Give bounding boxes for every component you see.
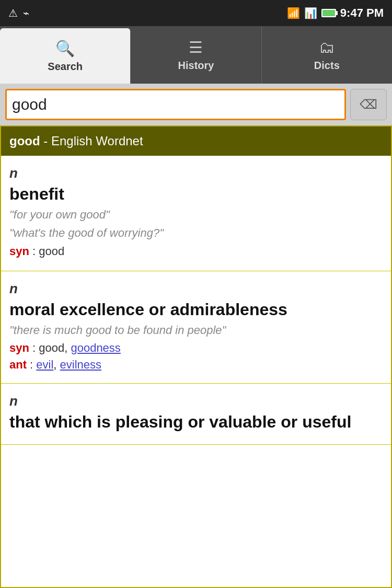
- tab-bar: 🔍 Search ☰ History 🗂 Dicts: [0, 26, 392, 84]
- battery-icon: [321, 9, 336, 17]
- dict-header: good - English Wordnet: [1, 126, 391, 156]
- status-icons-right: 📶 📊 9:47 PM: [287, 6, 384, 20]
- ant-colon-2: :: [27, 358, 36, 371]
- syn-words-1: good: [39, 245, 64, 258]
- entry-syn-2: syn : good, goodness: [9, 341, 383, 355]
- usb-icon: ⌁: [23, 7, 29, 19]
- tab-history-label: History: [178, 60, 214, 72]
- dict-header-source: English Wordnet: [51, 134, 143, 148]
- tab-search-label: Search: [48, 61, 83, 73]
- dict-header-word: good: [9, 134, 40, 148]
- entry-word-3: that which is pleasing or valuable or us…: [9, 412, 383, 432]
- tab-dicts[interactable]: 🗂 Dicts: [262, 26, 392, 84]
- definition-entry-1: n benefit "for your own good" "what's th…: [1, 156, 391, 271]
- syn-label-2: syn: [9, 341, 29, 354]
- dicts-icon: 🗂: [319, 39, 335, 56]
- ant-comma-2: ,: [53, 358, 60, 371]
- dict-header-separator: -: [40, 134, 51, 148]
- entry-ant-2: ant : evil, evilness: [9, 358, 383, 372]
- entry-pos-3: n: [9, 393, 383, 409]
- ant-label-2: ant: [9, 358, 27, 371]
- entry-syn-1: syn : good: [9, 245, 383, 258]
- clear-button[interactable]: ⌫: [350, 89, 387, 120]
- entry-word-1: benefit: [9, 185, 383, 204]
- tab-history[interactable]: ☰ History: [131, 26, 261, 84]
- entry-pos-1: n: [9, 165, 383, 181]
- tab-dicts-label: Dicts: [314, 60, 340, 72]
- entry-pos-2: n: [9, 281, 383, 297]
- search-area: ⌫: [0, 84, 392, 125]
- syn-colon-2: :: [29, 341, 39, 354]
- tab-search[interactable]: 🔍 Search: [0, 28, 131, 84]
- history-icon: ☰: [189, 38, 203, 56]
- warning-icon: ⚠: [8, 7, 18, 19]
- entry-example-1b: "what's the good of worrying?": [9, 225, 383, 241]
- status-icons-left: ⚠ ⌁: [8, 7, 29, 19]
- ant-link-evil[interactable]: evil: [36, 358, 53, 371]
- syn-word-2a: good,: [39, 341, 71, 354]
- search-input[interactable]: [5, 89, 346, 120]
- wifi-icon: 📶: [287, 7, 300, 19]
- status-bar: ⚠ ⌁ 📶 📊 9:47 PM: [0, 0, 392, 26]
- search-icon: 🔍: [55, 39, 75, 57]
- syn-label-1: syn: [9, 245, 29, 258]
- definition-entry-3: n that which is pleasing or valuable or …: [1, 384, 391, 445]
- dict-content[interactable]: good - English Wordnet n benefit "for yo…: [0, 125, 392, 588]
- entry-example-2a: "there is much good to be found in peopl…: [9, 322, 383, 339]
- clear-icon: ⌫: [360, 97, 377, 112]
- signal-icon: 📊: [304, 7, 317, 19]
- entry-word-2: moral excellence or admirableness: [9, 300, 383, 319]
- entry-example-1a: "for your own good": [9, 207, 383, 223]
- status-time: 9:47 PM: [340, 6, 384, 20]
- syn-link-goodness[interactable]: goodness: [71, 341, 120, 354]
- syn-colon-1: :: [29, 245, 39, 258]
- ant-link-evilness[interactable]: evilness: [60, 358, 101, 371]
- definition-entry-2: n moral excellence or admirableness "the…: [1, 271, 391, 384]
